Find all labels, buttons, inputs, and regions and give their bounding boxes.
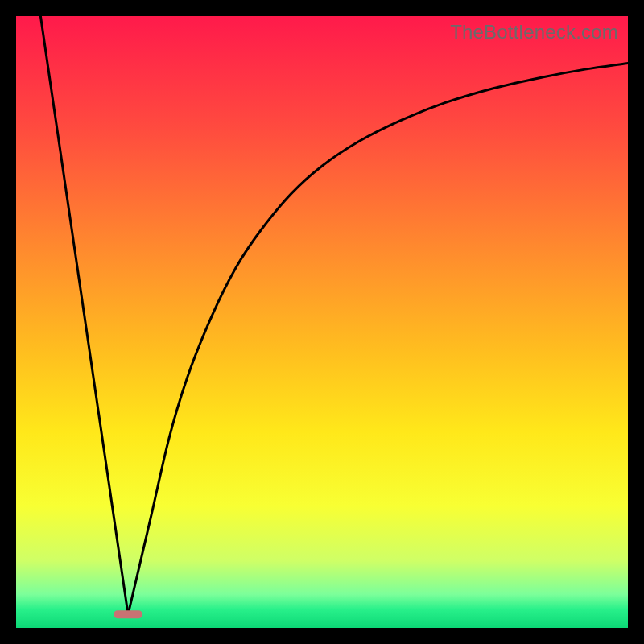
watermark-text: TheBottleneck.com <box>450 21 618 43</box>
chart-frame: TheBottleneck.com <box>16 16 628 628</box>
optimum-marker <box>114 610 142 618</box>
chart-canvas <box>16 16 628 628</box>
heatmap-gradient <box>16 16 628 628</box>
